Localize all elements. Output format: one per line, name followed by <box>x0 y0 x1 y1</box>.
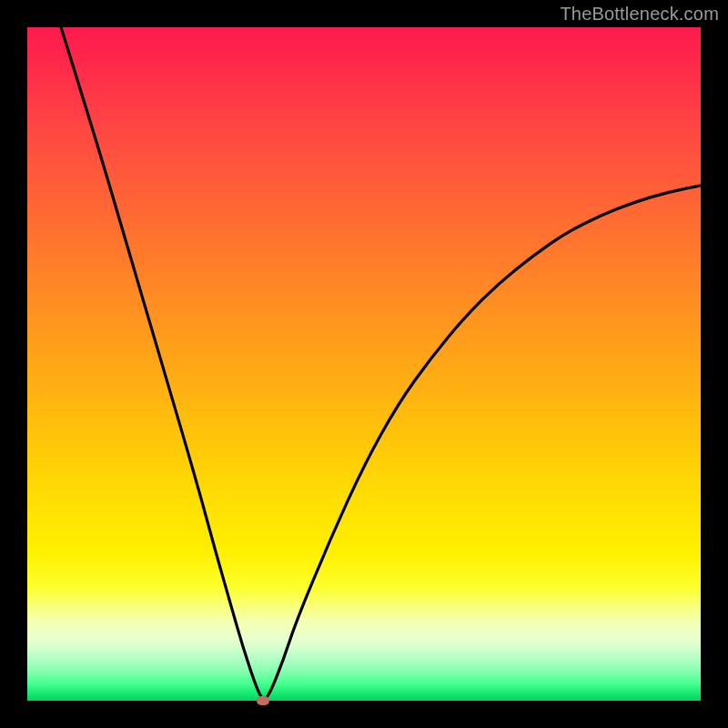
optimal-point-marker <box>257 696 269 705</box>
plot-area <box>27 27 701 701</box>
watermark-text: TheBottleneck.com <box>560 4 719 25</box>
chart-frame: TheBottleneck.com <box>0 0 728 728</box>
bottleneck-curve <box>27 27 701 701</box>
